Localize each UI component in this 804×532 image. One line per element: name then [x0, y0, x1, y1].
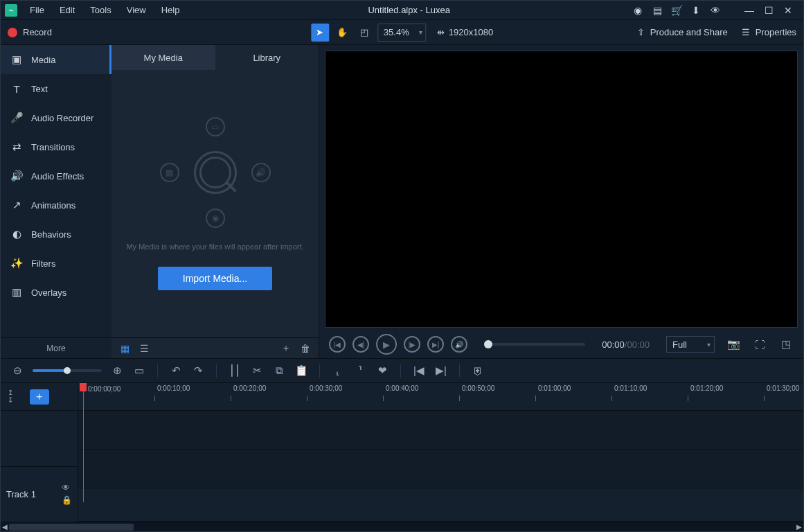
menu-tools[interactable]: Tools — [83, 2, 118, 18]
media-placeholder-graphic: ▭ ▦ 🔊 ◉ — [160, 117, 271, 228]
media-icon: ▣ — [10, 53, 23, 66]
tab-library[interactable]: Library — [215, 45, 319, 70]
audio-icon: 🔊 — [251, 163, 271, 182]
track-lane-empty-2[interactable] — [78, 450, 803, 488]
download-icon[interactable]: ⬇ — [690, 4, 702, 17]
behaviors-icon: ◐ — [10, 228, 23, 240]
track-lane-1[interactable] — [78, 488, 803, 522]
mark-in-icon[interactable]: ⸤ — [331, 364, 345, 377]
sidebar-item-media[interactable]: ▣Media — [1, 45, 111, 74]
scrollbar-thumb[interactable] — [9, 524, 134, 531]
sidebar-item-audio-effects[interactable]: 🔊Audio Effects — [1, 161, 111, 190]
text-icon: T — [10, 82, 23, 95]
titlebar: ~ File Edit Tools View Help Untitled.alp… — [1, 1, 803, 20]
sidebar-item-transitions[interactable]: ⇄Transitions — [1, 132, 111, 161]
fullscreen-icon[interactable]: ⛶ — [752, 339, 767, 351]
add-media-icon[interactable]: ＋ — [280, 342, 292, 355]
overlays-icon: ▥ — [10, 286, 23, 299]
split-icon[interactable]: ⎮⎮ — [228, 364, 242, 377]
marker-icon[interactable]: ❤ — [375, 364, 389, 377]
sidebar-item-audio-recorder[interactable]: 🎤Audio Recorder — [1, 103, 111, 132]
menu-help[interactable]: Help — [154, 2, 187, 18]
sidebar-item-overlays[interactable]: ▥Overlays — [1, 278, 111, 307]
track-lock-icon[interactable]: 🔒 — [62, 495, 72, 505]
undo-icon[interactable]: ↶ — [169, 364, 183, 377]
horizontal-scrollbar[interactable]: ◀ ▶ — [1, 522, 803, 531]
scrub-bar[interactable] — [484, 343, 585, 346]
snapshot-icon[interactable]: 📷 — [726, 338, 741, 351]
main-toolbar: Record ➤ ✋ ◰ 35.4% ⇹ 1920x1080 ⇧ Produce… — [1, 20, 803, 45]
tab-my-media[interactable]: My Media — [111, 45, 215, 70]
cloud-icon[interactable]: 👁 — [709, 4, 722, 17]
shield-icon[interactable]: ⛨ — [471, 365, 485, 377]
paste-icon[interactable]: 📋 — [294, 364, 308, 377]
list-view-icon[interactable]: ☰ — [138, 343, 150, 354]
rewind-start-button[interactable]: |◀ — [329, 336, 346, 353]
forward-end-button[interactable]: ▶| — [427, 336, 444, 353]
sidebar-item-text[interactable]: TText — [1, 74, 111, 103]
prev-marker-icon[interactable]: |◀ — [412, 364, 426, 377]
preview-panel: |◀ ◀| ▶ |▶ ▶| 🔊 00:00/00:00 Full 📷 ⛶ ◳ — [319, 45, 803, 358]
quality-dropdown[interactable]: Full — [666, 336, 715, 353]
produce-share-button[interactable]: ⇧ Produce and Share — [637, 27, 728, 37]
menu-edit[interactable]: Edit — [53, 2, 82, 18]
redo-icon[interactable]: ↷ — [191, 364, 205, 377]
scroll-left-icon[interactable]: ◀ — [2, 523, 8, 531]
track-arrows[interactable]: ↥↧ — [8, 389, 13, 404]
copy-icon[interactable]: ⧉ — [272, 364, 286, 377]
timeline-zoom-slider[interactable] — [33, 369, 102, 372]
sidebar-item-animations[interactable]: ↗Animations — [1, 190, 111, 220]
timeline-ruler[interactable]: 0:00:00;00 0:00:10;000:00:20;000:00:30;0… — [78, 383, 803, 411]
add-track-button[interactable]: ＋ — [30, 389, 49, 405]
sidebar-item-filters[interactable]: ✨Filters — [1, 249, 111, 278]
scroll-right-icon[interactable]: ▶ — [796, 523, 802, 531]
properties-button[interactable]: ☰ Properties — [742, 27, 796, 37]
account-icon[interactable]: ◉ — [632, 4, 644, 17]
hand-tool[interactable]: ✋ — [333, 24, 351, 42]
media-panel: My Media Library ▭ ▦ 🔊 ◉ My Media is whe… — [111, 45, 319, 358]
track-lane-empty[interactable] — [78, 411, 803, 450]
play-button[interactable]: ▶ — [376, 334, 397, 355]
next-marker-icon[interactable]: ▶| — [434, 364, 448, 377]
detach-icon[interactable]: ◳ — [778, 338, 794, 351]
playhead[interactable] — [80, 383, 87, 391]
menu-view[interactable]: View — [120, 2, 153, 18]
save-icon[interactable]: ▤ — [651, 4, 663, 17]
delete-media-icon[interactable]: 🗑 — [299, 343, 312, 354]
track-visibility-icon[interactable]: 👁 — [62, 483, 72, 493]
record-button[interactable]: Record — [8, 27, 52, 37]
film-icon: ▭ — [206, 117, 225, 136]
close-button[interactable]: ✕ — [780, 5, 796, 16]
pointer-tool[interactable]: ➤ — [311, 24, 329, 42]
cart-icon[interactable]: 🛒 — [670, 4, 683, 17]
transitions-icon: ⇄ — [10, 141, 23, 153]
playhead-time: 0:00:00;00 — [88, 385, 120, 393]
sidebar-item-behaviors[interactable]: ◐Behaviors — [1, 220, 111, 249]
mark-out-icon[interactable]: ⸣ — [353, 364, 367, 377]
cut-icon[interactable]: ✂ — [250, 364, 264, 377]
scrub-handle[interactable] — [484, 340, 492, 348]
preview-viewport[interactable] — [325, 51, 798, 328]
crop-tool[interactable]: ◰ — [355, 24, 373, 42]
ruler-label: 0:01:30;00 — [767, 384, 799, 392]
mic-icon: 🎤 — [10, 112, 23, 124]
maximize-button[interactable]: ☐ — [760, 5, 777, 16]
minimize-button[interactable]: — — [741, 5, 758, 16]
zoom-out-icon[interactable]: ⊖ — [10, 364, 24, 377]
track-header-1[interactable]: Track 1 👁 🔒 — [1, 466, 78, 522]
next-frame-button[interactable]: |▶ — [404, 336, 420, 353]
sidebar-more[interactable]: More — [1, 337, 111, 358]
media-hint-text: My Media is where your files will appear… — [126, 242, 303, 252]
zoom-dropdown[interactable]: 35.4% — [377, 24, 426, 42]
prev-frame-button[interactable]: ◀| — [352, 336, 369, 353]
ruler-label: 0:00:40;00 — [386, 384, 418, 392]
zoom-in-icon[interactable]: ⊕ — [110, 364, 124, 377]
fit-timeline-icon[interactable]: ▭ — [132, 364, 146, 377]
volume-button[interactable]: 🔊 — [451, 336, 467, 353]
import-media-button[interactable]: Import Media... — [158, 267, 272, 290]
ruler-label: 0:01:20;00 — [690, 384, 723, 392]
time-readout: 00:00/00:00 — [602, 339, 650, 350]
grid-view-icon[interactable]: ▦ — [118, 343, 131, 354]
aspect-icon[interactable]: ⇹ — [437, 27, 445, 37]
menu-file[interactable]: File — [23, 2, 51, 18]
